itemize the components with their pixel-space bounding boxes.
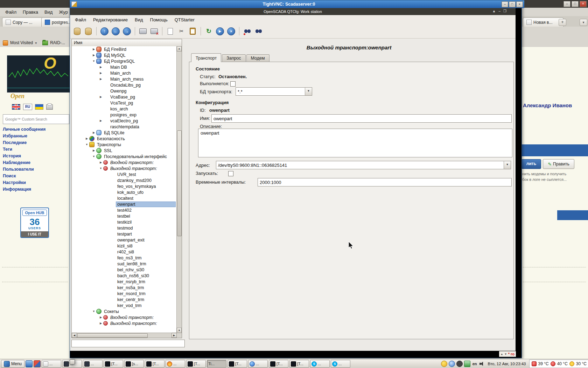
toolbar-refresh-button[interactable]: ↻: [204, 26, 214, 36]
tree-item[interactable]: test402: [72, 207, 177, 213]
tree-expander[interactable]: ▶: [98, 119, 103, 122]
timings-input[interactable]: [258, 178, 512, 186]
firefox-menu-item[interactable]: Правка: [20, 8, 41, 16]
tree-item[interactable]: kizil_si8: [72, 243, 177, 249]
scroll-left-icon[interactable]: ◀: [72, 333, 77, 338]
tree-item[interactable]: ▶VcaBase_pg: [72, 94, 177, 100]
restore-icon[interactable]: ❐: [503, 9, 506, 13]
tree-expander[interactable]: ▶: [98, 161, 103, 164]
tree-item[interactable]: ▼Транспорты: [72, 142, 177, 148]
taskbar-window-button[interactable]: ...: [331, 360, 350, 368]
tree-item[interactable]: ker_nsryb_trm: [72, 279, 177, 285]
toolbar-cut-button[interactable]: ✂: [176, 26, 187, 36]
tree-expander[interactable]: ▶: [91, 131, 96, 134]
tree-item[interactable]: ▶БД FireBird: [72, 46, 177, 52]
tree-item[interactable]: owenpart: [72, 201, 177, 207]
tree-item[interactable]: bel_rchv_si30: [72, 267, 177, 273]
close-button[interactable]: ×: [516, 1, 523, 7]
sidebar-link[interactable]: Настройки: [3, 180, 66, 187]
sidebar-link[interactable]: Поиск: [3, 173, 66, 180]
edit-button[interactable]: ✎ Править: [543, 159, 574, 169]
taskbar-window-button[interactable]: [Т...: [289, 360, 309, 368]
db-combobox[interactable]: *.*: [236, 87, 309, 96]
toolbar-db-save-button[interactable]: [83, 26, 93, 36]
tree-horizontal-scrollbar[interactable]: ◀ ▶: [72, 333, 177, 338]
tree-item[interactable]: ▶vcaElectro_pg: [72, 118, 177, 124]
tree-expander[interactable]: ▶: [98, 66, 103, 69]
tree-expander[interactable]: ▼: [91, 310, 96, 313]
uk-flag-icon[interactable]: [12, 104, 20, 110]
tree-item[interactable]: testbel: [72, 213, 177, 219]
scroll-down-icon[interactable]: ▼: [177, 328, 182, 333]
firefox-menu-item[interactable]: Файл: [2, 8, 20, 16]
tree-item[interactable]: ▶Main_arch: [72, 70, 177, 76]
maximize-button[interactable]: □: [509, 1, 516, 7]
google-custom-search[interactable]: Google™ Custom Search: [3, 114, 69, 124]
tab-Copy — ...[interactable]: Copy — ...: [2, 18, 46, 27]
tree-expander[interactable]: ▶: [91, 48, 96, 51]
tree-item[interactable]: r402_si8: [72, 249, 177, 255]
tightvnc-titlebar[interactable]: TightVNC: Scadaserver:0 –□×: [70, 0, 524, 8]
tree-item[interactable]: localtest: [72, 195, 177, 201]
db-combobox-arrow-icon[interactable]: [305, 87, 312, 96]
menu-button[interactable]: Menu: [1, 360, 24, 368]
scroll-thumb[interactable]: [177, 130, 182, 236]
tree-item[interactable]: ▶Main DB: [72, 64, 177, 70]
bookmark-most-visited[interactable]: Most Visited: [10, 40, 33, 45]
oscada-menu-item[interactable]: Вид: [131, 16, 147, 24]
up-icon[interactable]: ▲: [492, 9, 496, 13]
clock-tray-icon[interactable]: [441, 361, 447, 367]
tree-item[interactable]: postgres_exp: [72, 112, 177, 118]
sidebar-link[interactable]: История: [3, 154, 66, 160]
sidebar-link[interactable]: Личные сообщения: [3, 127, 66, 134]
description-textarea[interactable]: owenpart: [198, 129, 512, 157]
tree-item[interactable]: ▼Выходной транспорт:: [72, 165, 177, 171]
tab-list-button[interactable]: [580, 19, 587, 26]
ru-flag-badge[interactable]: RU: [23, 104, 32, 110]
taskbar-window-button[interactable]: ...: [42, 360, 61, 368]
toolbar-nav-up-button[interactable]: ↑: [99, 26, 110, 36]
tree-expander[interactable]: ▶: [91, 149, 96, 152]
tree-item[interactable]: feo_vos_krymskaya: [72, 183, 177, 189]
tree-item[interactable]: bach_ns56_si30: [72, 273, 177, 279]
tree-item[interactable]: ker_ns5a_trm: [72, 285, 177, 291]
tree-item[interactable]: kok_auto_ufo: [72, 189, 177, 195]
sidebar-link[interactable]: Избранные: [3, 134, 66, 140]
tree-item[interactable]: VcaTest_pg: [72, 100, 177, 106]
oscada-menu-item[interactable]: Помощь: [147, 16, 171, 24]
toolbar-stop-button[interactable]: ×: [226, 26, 236, 36]
vnc-scroll-corner[interactable]: ▲ ▼ * ro: [499, 351, 516, 357]
tree-filter-input[interactable]: [71, 340, 185, 347]
delete-button-partial[interactable]: лить: [522, 159, 541, 169]
tab-new-page[interactable]: Новая в...: [523, 18, 564, 27]
tree-item[interactable]: ▶БД SQLite: [72, 130, 177, 136]
tree-item[interactable]: feo_ns3_trm: [72, 255, 177, 261]
minimize-icon[interactable]: –: [498, 9, 500, 13]
tree-expander[interactable]: ▶: [84, 137, 89, 140]
tab-Транспорт[interactable]: Транспорт: [191, 53, 221, 62]
scroll-thumb[interactable]: [77, 333, 148, 338]
taskbar-window-button[interactable]: [Т...: [269, 360, 288, 368]
printer-icon[interactable]: [46, 104, 53, 110]
tree-item[interactable]: ▶Безопасность: [72, 136, 177, 142]
taskbar-window-button[interactable]: [Т...: [227, 360, 247, 368]
taskbar-window-button[interactable]: [s...: [124, 360, 144, 368]
toolbar-item-del-button[interactable]: ×: [149, 26, 159, 36]
tree-item[interactable]: Owenpg: [72, 88, 177, 94]
sidebar-link[interactable]: Пользователи: [3, 167, 66, 173]
tree-item[interactable]: testmod: [72, 225, 177, 231]
tree-expander[interactable]: ▶: [98, 71, 103, 75]
tree-item[interactable]: ▶Входной транспорт:: [72, 314, 177, 320]
tree-item[interactable]: ker_nsord_trm: [72, 291, 177, 297]
firefox-menu-item[interactable]: Жур: [56, 8, 71, 16]
scroll-up-icon[interactable]: ▲: [177, 46, 182, 52]
toolbar-copy-item-button[interactable]: [165, 26, 175, 36]
net-tray-icon[interactable]: [464, 361, 470, 367]
tree-header[interactable]: Имя: [72, 39, 182, 47]
minimize-button[interactable]: –: [502, 1, 508, 7]
tree-item[interactable]: ▶БД MySQL: [72, 52, 177, 58]
kde-tray-icon[interactable]: [449, 361, 455, 367]
oscada-menu-item[interactable]: QTStarter: [171, 16, 198, 24]
toolbar-find-next-button[interactable]: [253, 26, 264, 36]
launcher-app-icon[interactable]: [34, 360, 41, 367]
